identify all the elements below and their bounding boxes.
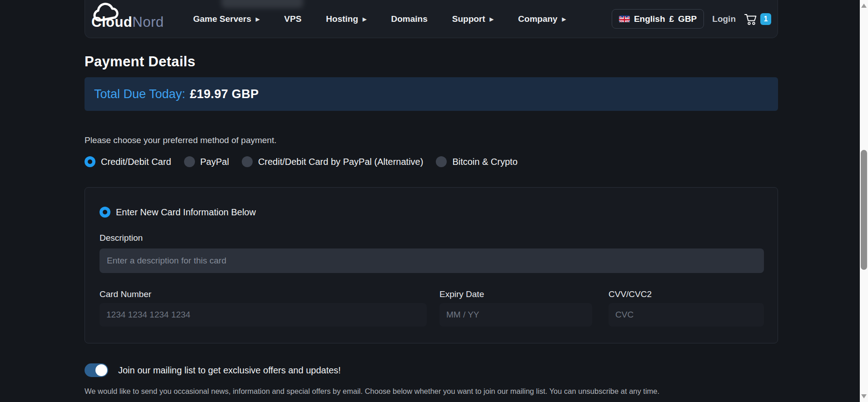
cloudnord-logo[interactable]: CloudNord	[90, 4, 163, 34]
card-number-input[interactable]	[100, 303, 427, 327]
nav-label: Game Servers	[193, 14, 251, 24]
nav-item-company[interactable]: Company ▶	[518, 14, 566, 24]
chevron-right-icon: ▶	[363, 16, 366, 22]
mailing-list-description: We would like to send you occasional new…	[85, 387, 778, 396]
expiry-date-input[interactable]	[439, 303, 592, 327]
method-paypal[interactable]: PayPal	[184, 156, 229, 167]
radio-label: PayPal	[200, 157, 229, 167]
chevron-right-icon: ▶	[490, 16, 494, 22]
language-label: English	[634, 14, 665, 24]
new-card-panel: Enter New Card Information Below Descrip…	[85, 187, 778, 343]
mailing-list-label: Join our mailing list to get exclusive o…	[118, 365, 341, 376]
chevron-right-icon: ▶	[562, 16, 566, 22]
chevron-right-icon: ▶	[256, 16, 259, 22]
logo-text: CloudNord	[91, 14, 164, 30]
logo-word-cloud: Cloud	[91, 14, 132, 30]
total-due-label: Total Due Today:	[94, 87, 185, 101]
cvv-label: CVV/CVC2	[609, 289, 652, 299]
cart-count-badge: 1	[760, 13, 771, 25]
cvv-input[interactable]	[609, 303, 764, 327]
card-description-input[interactable]	[100, 248, 764, 273]
main-content: Payment Details Total Due Today: £19.97 …	[85, 38, 778, 396]
expiry-date-label: Expiry Date	[439, 289, 484, 299]
nav-label: Support	[452, 14, 485, 24]
language-currency-selector[interactable]: English £ GBP	[612, 9, 704, 29]
method-bitcoin-crypto[interactable]: Bitcoin & Crypto	[436, 156, 517, 167]
total-due-value: £19.97 GBP	[190, 87, 259, 101]
scroll-up-arrow[interactable]	[861, 4, 867, 8]
blurred-button-remnant	[221, 0, 303, 8]
nav-item-hosting[interactable]: Hosting ▶	[326, 14, 366, 24]
uk-flag-icon	[619, 15, 630, 22]
nav-item-game-servers[interactable]: Game Servers ▶	[193, 14, 259, 24]
radio-selected-icon[interactable]	[100, 207, 110, 218]
toggle-knob	[95, 364, 107, 376]
main-nav: Game Servers ▶ VPS Hosting ▶ Domains Sup…	[193, 14, 566, 24]
vertical-scrollbar[interactable]	[860, 0, 868, 402]
radio-label: Credit/Debit Card	[101, 157, 171, 167]
radio-label: Bitcoin & Crypto	[452, 157, 517, 167]
nav-item-support[interactable]: Support ▶	[452, 14, 494, 24]
mailing-list-toggle[interactable]	[85, 363, 108, 377]
nav-label: Company	[518, 14, 558, 24]
currency-symbol: £	[669, 14, 674, 24]
radio-unselected-icon[interactable]	[184, 156, 195, 167]
total-due-banner: Total Due Today: £19.97 GBP	[85, 77, 778, 111]
header-right-group: English £ GBP Login 1	[612, 9, 771, 29]
method-card-by-paypal[interactable]: Credit/Debit Card by PayPal (Alternative…	[242, 156, 423, 167]
method-credit-debit-card[interactable]: Credit/Debit Card	[85, 156, 171, 167]
logo-word-nord: Nord	[132, 14, 164, 30]
scrollbar-thumb[interactable]	[861, 150, 867, 270]
nav-label: VPS	[284, 14, 301, 24]
new-card-radio-option[interactable]: Enter New Card Information Below	[100, 207, 256, 218]
page-title: Payment Details	[85, 54, 778, 70]
site-header: CloudNord Game Servers ▶ VPS Hosting ▶ D…	[85, 0, 778, 38]
payment-method-options: Credit/Debit Card PayPal Credit/Debit Ca…	[85, 156, 778, 167]
login-link[interactable]: Login	[712, 14, 736, 24]
nav-label: Hosting	[326, 14, 358, 24]
radio-selected-icon[interactable]	[85, 156, 95, 167]
cart-button[interactable]: 1	[744, 13, 771, 25]
currency-code: GBP	[678, 14, 697, 24]
card-number-label: Card Number	[100, 289, 151, 299]
nav-item-domains[interactable]: Domains	[391, 14, 428, 24]
radio-unselected-icon[interactable]	[436, 156, 447, 167]
radio-unselected-icon[interactable]	[242, 156, 253, 167]
description-label: Description	[100, 233, 143, 243]
mailing-list-row: Join our mailing list to get exclusive o…	[85, 363, 778, 377]
nav-label: Domains	[391, 14, 428, 24]
payment-method-prompt: Please choose your preferred method of p…	[85, 135, 778, 145]
radio-label: Credit/Debit Card by PayPal (Alternative…	[258, 157, 423, 167]
scroll-down-arrow[interactable]	[861, 394, 867, 398]
radio-label: Enter New Card Information Below	[116, 207, 256, 218]
cart-icon	[744, 13, 758, 25]
nav-item-vps[interactable]: VPS	[284, 14, 301, 24]
